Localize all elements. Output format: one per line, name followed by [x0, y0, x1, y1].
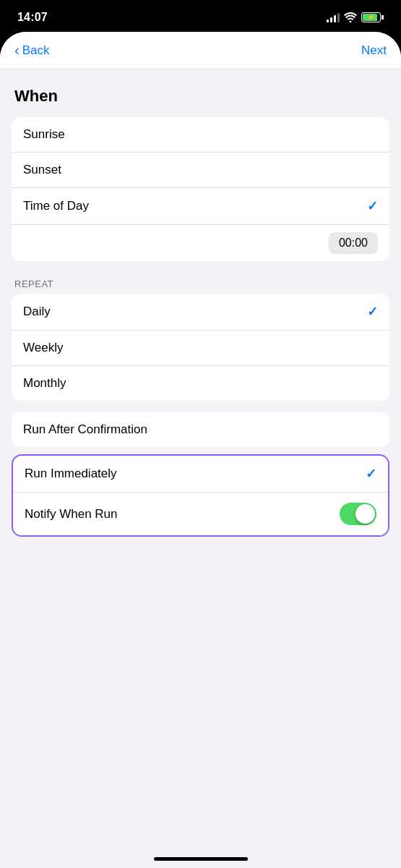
daily-label: Daily: [23, 305, 51, 319]
run-after-confirmation-label: Run After Confirmation: [23, 422, 147, 437]
when-option-sunset[interactable]: Sunset: [12, 153, 389, 188]
sunrise-label: Sunrise: [23, 127, 65, 142]
notify-when-run-label: Notify When Run: [25, 507, 118, 522]
repeat-options-card: Daily ✓ Weekly Monthly: [12, 294, 389, 401]
signal-icon: [327, 12, 340, 22]
highlighted-section: Run Immediately ✓ Notify When Run: [12, 454, 389, 537]
repeat-option-monthly[interactable]: Monthly: [12, 366, 389, 401]
chevron-left-icon: ‹: [14, 43, 20, 57]
when-option-sunrise[interactable]: Sunrise: [12, 117, 389, 153]
home-indicator: [154, 857, 248, 861]
content: When Sunrise Sunset Time of Day ✓ 00:00 …: [0, 69, 401, 537]
notify-toggle[interactable]: [340, 503, 376, 525]
status-bar: 14:07 ⚡: [0, 0, 401, 32]
back-button[interactable]: ‹ Back: [14, 43, 49, 58]
nav-bar: ‹ Back Next: [0, 32, 401, 69]
monthly-label: Monthly: [23, 376, 66, 391]
highlighted-card: Run Immediately ✓ Notify When Run: [13, 456, 388, 535]
run-immediately-label: Run Immediately: [25, 467, 117, 481]
page-title: When: [12, 87, 389, 106]
toggle-thumb: [355, 504, 375, 524]
status-icons: ⚡: [327, 12, 384, 22]
time-of-day-checkmark: ✓: [367, 198, 378, 214]
wifi-icon: [344, 12, 357, 22]
time-value-row[interactable]: 00:00: [12, 225, 389, 261]
run-after-confirmation-card: Run After Confirmation: [12, 412, 389, 447]
repeat-option-weekly[interactable]: Weekly: [12, 331, 389, 366]
time-badge[interactable]: 00:00: [329, 232, 378, 254]
notify-when-run-row[interactable]: Notify When Run: [13, 493, 388, 535]
status-time: 14:07: [17, 11, 48, 24]
run-immediately-checkmark: ✓: [366, 466, 376, 482]
screen: ‹ Back Next When Sunrise Sunset Time of …: [0, 32, 401, 868]
battery-icon: ⚡: [361, 12, 384, 22]
repeat-option-daily[interactable]: Daily ✓: [12, 294, 389, 331]
run-immediately-row[interactable]: Run Immediately ✓: [13, 456, 388, 493]
repeat-section-label: REPEAT: [12, 273, 389, 294]
sunset-label: Sunset: [23, 163, 61, 177]
next-button[interactable]: Next: [361, 43, 387, 58]
when-option-time-of-day[interactable]: Time of Day ✓: [12, 188, 389, 225]
weekly-label: Weekly: [23, 341, 63, 355]
when-options-card: Sunrise Sunset Time of Day ✓ 00:00: [12, 117, 389, 261]
time-of-day-label: Time of Day: [23, 199, 89, 213]
back-label: Back: [22, 43, 50, 58]
run-after-confirmation-row[interactable]: Run After Confirmation: [12, 412, 389, 447]
daily-checkmark: ✓: [367, 304, 378, 320]
